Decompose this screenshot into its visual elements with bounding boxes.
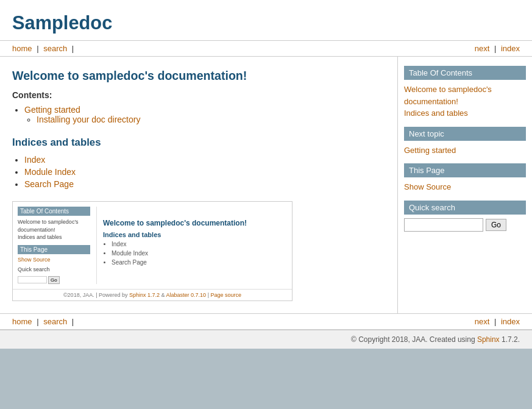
top-nav-right: next | index: [475, 44, 520, 53]
top-nav: home | search | next | index: [0, 40, 532, 57]
list-item: Index: [112, 241, 287, 247]
sidebar-this-page-header: This Page: [404, 163, 526, 177]
bottom-nav-index[interactable]: index: [501, 317, 520, 326]
link-index[interactable]: Index: [24, 155, 45, 165]
bottom-nav-left: home | search |: [12, 317, 76, 326]
preview-pagesource-link[interactable]: Page source: [210, 292, 241, 298]
preview-toc-links: Welcome to sampledoc's documentation!Ind…: [18, 218, 90, 241]
bottom-nav-sep3: |: [494, 317, 496, 326]
bottom-nav-search[interactable]: search: [43, 317, 67, 326]
list-item: Search Page: [112, 259, 287, 266]
sidebar-quick-search-header: Quick search: [404, 201, 526, 215]
sidebar-qs-go[interactable]: Go: [486, 219, 506, 231]
preview-toc-header: Table Of Contents: [18, 207, 90, 216]
sidebar-toc-header: Table Of Contents: [404, 66, 526, 80]
indices-list: Index Module Index Search Page: [24, 155, 385, 189]
bottom-nav-sep1: |: [37, 317, 38, 326]
link-search-page[interactable]: Search Page: [24, 179, 74, 189]
main-heading: Welcome to sampledoc's documentation!: [12, 69, 385, 83]
sidebar-toc-links: Welcome to sampledoc's documentation! In…: [404, 84, 526, 119]
preview-qs-input[interactable]: [18, 276, 47, 283]
preview-box: Table Of Contents Welcome to sampledoc's…: [12, 201, 293, 301]
top-nav-sep2: |: [72, 44, 74, 53]
top-nav-index[interactable]: index: [501, 44, 520, 53]
sidebar-next-topic-link[interactable]: Getting started: [404, 144, 526, 157]
bottom-nav-next[interactable]: next: [475, 317, 490, 326]
site-header: Sampledoc: [0, 0, 532, 40]
list-item: Search Page: [24, 179, 385, 189]
content-area: Welcome to sampledoc's documentation! Co…: [0, 57, 532, 313]
preview-this-page-header: This Page: [18, 245, 90, 254]
contents-label: Contents:: [12, 90, 385, 100]
sub-links-list: Installing your doc directory: [37, 115, 385, 124]
list-item: Module Index: [112, 250, 287, 257]
link-module-index[interactable]: Module Index: [24, 167, 76, 177]
bottom-nav-sep2: |: [72, 317, 74, 326]
top-nav-sep3: |: [494, 44, 496, 53]
top-nav-search[interactable]: search: [43, 44, 67, 53]
main-content: Welcome to sampledoc's documentation! Co…: [0, 57, 398, 313]
footer-sphinx-link[interactable]: Sphinx: [477, 335, 500, 344]
sidebar-next-topic-links: Getting started: [404, 144, 526, 157]
preview-sphinx-link[interactable]: Sphinx 1.7.2: [129, 292, 160, 298]
preview-qs-row: Go: [18, 276, 90, 284]
link-installing[interactable]: Installing your doc directory: [37, 115, 140, 124]
footer-text: © Copyright 2018, JAA. Created using: [351, 335, 475, 344]
sidebar-toc-link-welcome[interactable]: Welcome to sampledoc's documentation!: [404, 84, 526, 107]
preview-qs-label: Quick search: [18, 266, 90, 272]
list-item: Module Index: [24, 167, 385, 177]
sidebar-qs-row: Go: [404, 218, 526, 232]
list-item: Installing your doc directory: [37, 115, 385, 124]
preview-footer: ©2018, JAA. | Powered by Sphinx 1.7.2 & …: [13, 289, 292, 301]
sidebar-toc-link-indices[interactable]: Indices and tables: [404, 107, 526, 119]
top-nav-sep1: |: [37, 44, 38, 53]
preview-main-list: Index Module Index Search Page: [112, 241, 287, 266]
preview-inner: Table Of Contents Welcome to sampledoc's…: [13, 202, 292, 289]
sidebar-this-page-links: Show Source: [404, 181, 526, 193]
bottom-nav: home | search | next | index: [0, 313, 532, 330]
footer-version: 1.7.2.: [502, 335, 520, 344]
bottom-nav-right: next | index: [475, 317, 520, 326]
bottom-nav-home[interactable]: home: [12, 317, 32, 326]
preview-sidebar: Table Of Contents Welcome to sampledoc's…: [18, 207, 97, 284]
sidebar-next-topic-header: Next topic: [404, 127, 526, 141]
top-nav-home[interactable]: home: [12, 44, 32, 53]
indices-heading: Indices and tables: [12, 137, 385, 149]
site-footer: © Copyright 2018, JAA. Created using Sph…: [0, 330, 532, 349]
link-getting-started[interactable]: Getting started: [24, 105, 80, 115]
list-item: Getting started Installing your doc dire…: [24, 105, 385, 124]
preview-main-h3: Indices and tables: [103, 231, 287, 238]
list-item: Index: [24, 155, 385, 165]
site-title: Sampledoc: [12, 12, 520, 34]
main-links-list: Getting started Installing your doc dire…: [24, 105, 385, 124]
sidebar-qs-input[interactable]: [404, 218, 483, 232]
preview-alabaster-link[interactable]: Alabaster 0.7.10: [166, 292, 207, 298]
top-nav-left: home | search |: [12, 44, 76, 53]
preview-qs-go[interactable]: Go: [48, 276, 60, 284]
preview-main: Welcome to sampledoc's documentation! In…: [97, 207, 287, 284]
right-sidebar: Table Of Contents Welcome to sampledoc's…: [398, 57, 532, 313]
top-nav-next[interactable]: next: [475, 44, 490, 53]
sidebar-show-source[interactable]: Show Source: [404, 181, 526, 193]
preview-main-h2: Welcome to sampledoc's documentation!: [103, 219, 287, 227]
preview-show-source: Show Source: [18, 257, 90, 263]
